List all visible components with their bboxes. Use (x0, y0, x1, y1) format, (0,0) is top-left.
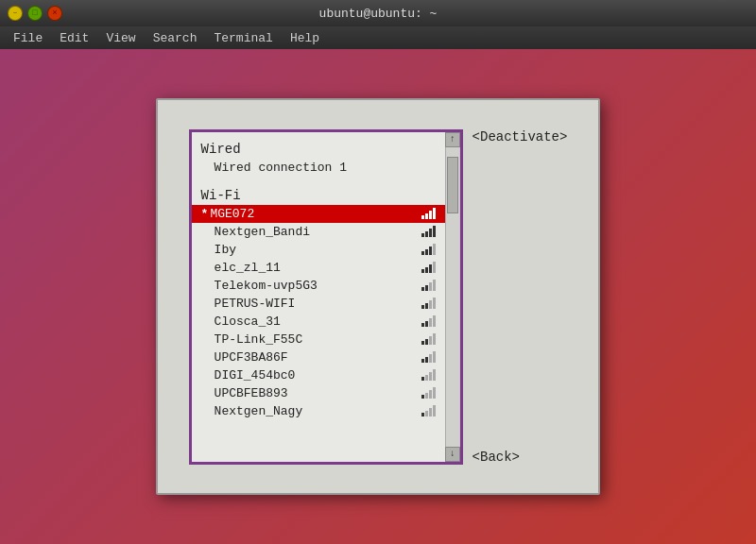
wifi-section-header: Wi-Fi (192, 184, 445, 205)
network-list-box: Wired Wired connection 1 Wi-Fi * MGE072 (189, 129, 463, 465)
menu-help[interactable]: Help (283, 29, 327, 47)
menu-edit[interactable]: Edit (52, 29, 96, 47)
signal-icon (421, 244, 436, 255)
signal-icon (421, 298, 436, 309)
signal-icon (421, 405, 436, 416)
list-item[interactable]: * MGE072 (192, 205, 445, 223)
menu-terminal[interactable]: Terminal (206, 29, 280, 47)
scroll-track (446, 147, 459, 447)
network-container: Wired Wired connection 1 Wi-Fi * MGE072 (189, 129, 568, 465)
signal-icon (421, 387, 436, 399)
wired-section-header: Wired (192, 138, 445, 159)
list-item[interactable]: Iby (192, 241, 445, 259)
signal-icon (421, 280, 436, 291)
window-title: ubuntu@ubuntu: ~ (64, 7, 692, 21)
scroll-thumb[interactable] (447, 157, 458, 213)
scroll-down-button[interactable]: ↓ (445, 447, 460, 462)
back-button[interactable]: <Back> (472, 450, 568, 465)
list-item[interactable]: Wired connection 1 (192, 159, 445, 177)
signal-icon (421, 351, 436, 363)
menu-view[interactable]: View (98, 29, 143, 47)
title-bar: – □ × ubuntu@ubuntu: ~ (0, 0, 756, 26)
network-list-content: Wired Wired connection 1 Wi-Fi * MGE072 (192, 132, 445, 462)
side-buttons: <Deactivate> <Back> (472, 129, 568, 465)
list-item[interactable]: Nextgen_Nagy (192, 402, 445, 420)
list-item[interactable]: TP-Link_F55C (192, 331, 445, 348)
close-button[interactable]: × (47, 6, 62, 21)
list-item[interactable]: PETRUS-WIFI (192, 295, 445, 313)
menu-file[interactable]: File (6, 29, 50, 47)
signal-icon (421, 369, 436, 381)
list-item[interactable]: elc_zl_11 (192, 259, 445, 277)
menu-search[interactable]: Search (146, 29, 205, 47)
list-item[interactable]: Closca_31 (192, 313, 445, 331)
list-item[interactable]: Telekom-uvp5G3 (192, 277, 445, 295)
menu-bar: File Edit View Search Terminal Help (0, 26, 756, 49)
list-item[interactable]: UPCF3BA86F (192, 348, 445, 366)
signal-icon (421, 208, 436, 219)
minimize-button[interactable]: – (8, 6, 23, 21)
deactivate-button[interactable]: <Deactivate> (472, 129, 568, 144)
signal-icon (421, 315, 436, 327)
list-item[interactable]: UPCBFEB893 (192, 384, 445, 402)
network-dialog: Wired Wired connection 1 Wi-Fi * MGE072 (156, 98, 600, 495)
signal-icon (421, 333, 436, 345)
scroll-up-button[interactable]: ↑ (445, 132, 460, 147)
list-item[interactable]: Nextgen_Bandi (192, 223, 445, 241)
content-area: Wired Wired connection 1 Wi-Fi * MGE072 (0, 49, 756, 544)
maximize-button[interactable]: □ (27, 6, 43, 21)
signal-icon (421, 262, 436, 273)
list-item[interactable]: DIGI_454bc0 (192, 366, 445, 384)
scrollbar[interactable]: ↑ ↓ (445, 132, 460, 462)
signal-icon (421, 226, 436, 237)
